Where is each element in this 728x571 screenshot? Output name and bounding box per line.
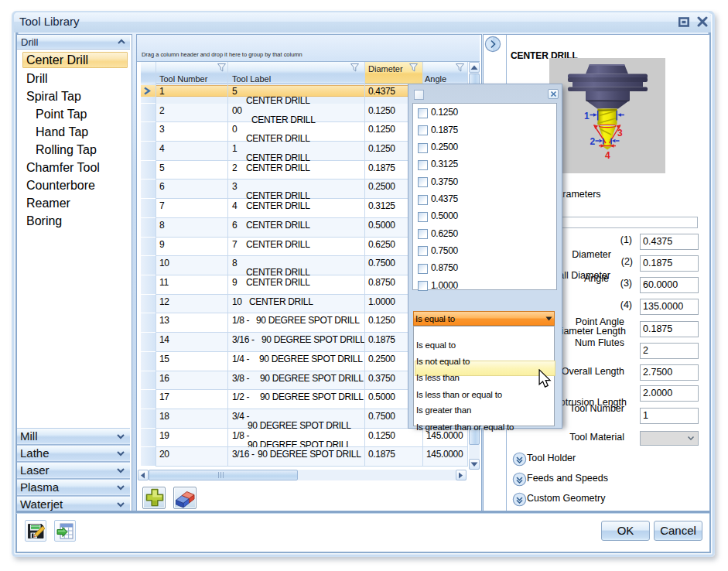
svg-text:3: 3 bbox=[617, 128, 623, 138]
svg-text:4: 4 bbox=[605, 150, 610, 161]
svg-text:1: 1 bbox=[584, 111, 590, 121]
svg-text:2: 2 bbox=[590, 136, 596, 147]
